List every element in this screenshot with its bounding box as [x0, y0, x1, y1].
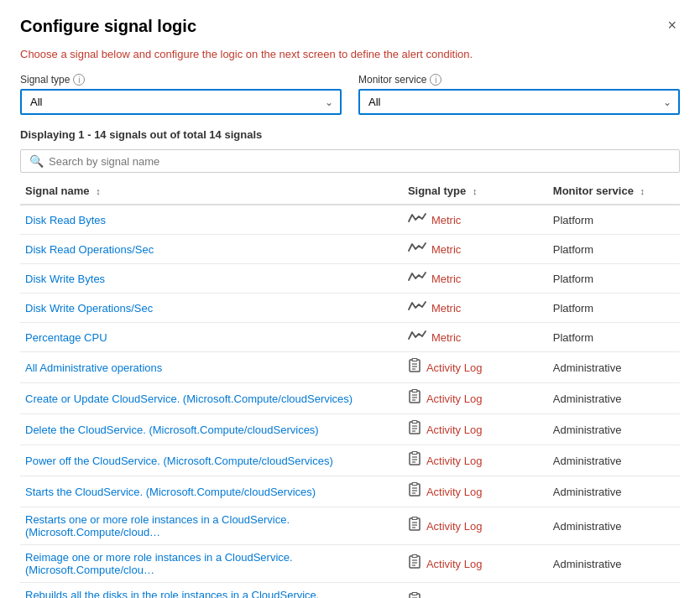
table-header-row: Signal name ↕ Signal type ↕ Monitor serv… [20, 178, 680, 205]
activity-log-icon [408, 517, 421, 535]
signals-table: Signal name ↕ Signal type ↕ Monitor serv… [20, 178, 680, 598]
svg-rect-5 [410, 391, 420, 403]
activity-log-label: Activity Log [426, 520, 482, 533]
search-icon: 🔍 [29, 154, 44, 168]
metric-icon [408, 211, 426, 228]
activity-log-label: Activity Log [426, 486, 482, 498]
svg-rect-31 [412, 555, 417, 558]
table-row: Reimage one or more role instances in a … [20, 545, 680, 583]
table-row: Disk Write BytesMetricPlatform [20, 264, 680, 294]
activity-log-label: Activity Log [426, 361, 482, 374]
table-row: Power off the CloudService. (Microsoft.C… [20, 445, 680, 476]
activity-log-label: Activity Log [426, 393, 482, 405]
monitor-service-cell: Administrative [548, 383, 680, 414]
signal-name-link[interactable]: Disk Read Bytes [25, 214, 106, 226]
svg-rect-36 [412, 593, 417, 595]
svg-rect-1 [412, 359, 417, 361]
activity-log-icon [408, 592, 421, 598]
activity-log-icon [408, 358, 421, 377]
monitor-service-cell: Administrative [548, 476, 680, 507]
signal-name-link[interactable]: Disk Write Operations/Sec [25, 302, 153, 315]
svg-rect-0 [410, 360, 420, 372]
metric-label: Metric [431, 273, 461, 285]
signal-type-select[interactable]: All [20, 89, 342, 115]
signal-name-link[interactable]: Disk Write Bytes [25, 273, 105, 285]
signal-name-link[interactable]: Create or Update CloudService. (Microsof… [25, 393, 353, 405]
monitor-service-cell: Platform [548, 235, 680, 264]
monitor-service-select-wrapper: All ⌄ [358, 89, 680, 115]
count-text: Displaying 1 - 14 signals out of total 1… [20, 128, 680, 141]
table-row: Disk Read Operations/SecMetricPlatform [20, 235, 680, 264]
table-body: Disk Read BytesMetricPlatformDisk Read O… [20, 205, 680, 598]
activity-log-icon [408, 420, 421, 439]
metric-icon [408, 299, 426, 316]
svg-rect-6 [412, 390, 417, 393]
signal-type-label: Signal type i [20, 74, 342, 86]
metric-icon [408, 329, 426, 346]
col-header-monitor-service: Monitor service ↕ [548, 178, 680, 205]
signal-name-link[interactable]: All Administrative operations [25, 361, 162, 374]
monitor-service-cell: Platform [548, 323, 680, 352]
filters-row: Signal type i All ⌄ Monitor service i Al… [20, 74, 680, 115]
svg-rect-21 [412, 483, 417, 486]
signal-type-info-icon[interactable]: i [73, 74, 85, 86]
metric-icon [408, 270, 426, 287]
signal-name-link[interactable]: Delete the CloudService. (Microsoft.Comp… [25, 424, 319, 436]
monitor-service-cell: Administrative [548, 583, 680, 599]
metric-label: Metric [431, 331, 461, 344]
activity-log-label: Activity Log [426, 595, 482, 599]
activity-log-icon [408, 451, 421, 470]
signal-name-link[interactable]: Restarts one or more role instances in a… [25, 513, 290, 538]
signal-name-sort-icon[interactable]: ↕ [96, 186, 101, 196]
signal-name-link[interactable]: Starts the CloudService. (Microsoft.Comp… [25, 486, 316, 498]
col-header-signal-type: Signal type ↕ [403, 178, 548, 205]
col-header-signal-name: Signal name ↕ [20, 178, 403, 205]
svg-rect-10 [410, 422, 420, 434]
configure-signal-panel: Configure signal logic × Choose a signal… [0, 0, 700, 598]
monitor-service-cell: Platform [548, 294, 680, 323]
search-box: 🔍 [20, 149, 680, 173]
table-row: Create or Update CloudService. (Microsof… [20, 383, 680, 414]
activity-log-label: Activity Log [426, 424, 482, 436]
table-row: Restarts one or more role instances in a… [20, 507, 680, 545]
search-input[interactable] [49, 155, 671, 168]
monitor-service-info-icon[interactable]: i [430, 74, 441, 86]
monitor-service-sort-icon[interactable]: ↕ [640, 186, 645, 196]
signal-name-link[interactable]: Reimage one or more role instances in a … [25, 551, 293, 576]
signal-type-select-wrapper: All ⌄ [20, 89, 342, 115]
signal-type-filter-group: Signal type i All ⌄ [20, 74, 342, 115]
table-row: Rebuilds all the disks in the role insta… [20, 583, 680, 599]
signal-name-link[interactable]: Percentage CPU [25, 331, 107, 344]
metric-label: Metric [431, 214, 461, 226]
signal-type-sort-icon[interactable]: ↕ [473, 186, 478, 196]
monitor-service-cell: Administrative [548, 507, 680, 545]
signal-name-link[interactable]: Power off the CloudService. (Microsoft.C… [25, 455, 333, 467]
signal-name-link[interactable]: Disk Read Operations/Sec [25, 243, 154, 256]
monitor-service-cell: Administrative [548, 414, 680, 445]
monitor-service-cell: Administrative [548, 352, 680, 383]
signal-name-link[interactable]: Rebuilds all the disks in the role insta… [25, 589, 319, 598]
table-row: Starts the CloudService. (Microsoft.Comp… [20, 476, 680, 507]
svg-rect-26 [412, 517, 417, 520]
activity-log-label: Activity Log [426, 558, 482, 570]
activity-log-icon [408, 482, 421, 501]
metric-label: Metric [431, 243, 461, 256]
close-button[interactable]: × [664, 17, 680, 34]
monitor-service-select[interactable]: All [358, 89, 680, 115]
monitor-service-cell: Administrative [548, 445, 680, 476]
activity-log-icon [408, 554, 421, 573]
activity-log-icon [408, 389, 421, 408]
monitor-service-cell: Administrative [548, 545, 680, 583]
monitor-service-label: Monitor service i [358, 74, 680, 86]
table-row: Disk Write Operations/SecMetricPlatform [20, 294, 680, 323]
svg-rect-16 [412, 452, 417, 455]
table-row: All Administrative operationsActivity Lo… [20, 352, 680, 383]
subtitle-text: Choose a signal below and configure the … [20, 48, 680, 60]
monitor-service-cell: Platform [548, 264, 680, 294]
table-row: Delete the CloudService. (Microsoft.Comp… [20, 414, 680, 445]
activity-log-label: Activity Log [426, 455, 482, 467]
panel-header: Configure signal logic × [20, 17, 680, 36]
metric-label: Metric [431, 302, 461, 315]
panel-title: Configure signal logic [20, 17, 196, 36]
monitor-service-cell: Platform [548, 205, 680, 235]
